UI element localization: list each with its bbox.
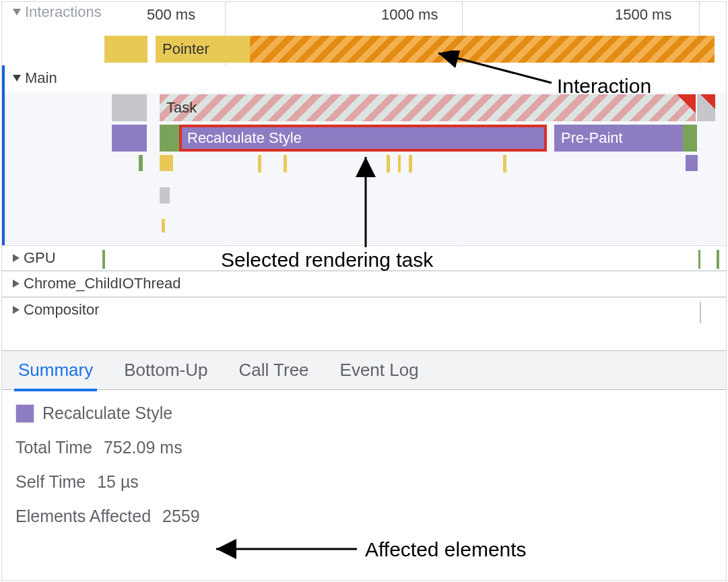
main-track[interactable] [2, 66, 726, 245]
subblock-yellow-1[interactable] [160, 155, 173, 171]
interaction-pointer-yellow[interactable]: Pointer [156, 36, 250, 63]
subblock-grey-1[interactable] [160, 187, 170, 203]
chevron-right-icon [13, 254, 20, 262]
summary-elements-affected-label: Elements Affected [15, 507, 151, 526]
pointer-label: Pointer [162, 40, 209, 58]
green-block-right[interactable] [683, 125, 697, 152]
ruler-tick-1: 1000 ms [381, 6, 438, 24]
recalculate-style-block[interactable]: Recalculate Style [179, 125, 547, 152]
interaction-pre-yellow[interactable] [104, 36, 147, 63]
main-label: Main [25, 69, 57, 87]
recalc-label: Recalculate Style [187, 129, 302, 147]
subblock-yellow-7[interactable] [503, 155, 506, 172]
summary-self-time-value: 15 µs [97, 472, 139, 492]
main-header[interactable]: Main [2, 69, 726, 87]
subblock-yellow-2[interactable] [258, 155, 261, 172]
ruler-tick-2: 1500 ms [615, 6, 671, 24]
chevron-right-icon [13, 280, 20, 288]
summary-total-time-label: Total Time [15, 438, 92, 457]
interaction-striped[interactable] [250, 36, 715, 63]
recalc-preblock[interactable] [112, 125, 147, 152]
green-block-left[interactable] [160, 125, 179, 152]
gpu-label: GPU [24, 249, 56, 267]
summary-self-time-label: Self Time [15, 472, 86, 492]
chevron-down-icon [13, 75, 21, 82]
pre-paint-block[interactable]: Pre-Paint [554, 125, 683, 152]
selection-vertical-bar [2, 65, 5, 246]
gpu-tick-1 [102, 250, 105, 269]
summary-elements-affected-value: 2559 [162, 507, 200, 526]
childio-track[interactable]: Chrome_ChildIOThread [2, 271, 726, 297]
tab-event-log[interactable]: Event Log [337, 360, 422, 381]
tab-summary[interactable]: Summary [15, 360, 96, 381]
subblock-yellow-4[interactable] [387, 155, 390, 172]
compositor-label: Compositor [24, 301, 99, 319]
tab-bottom-up[interactable]: Bottom-Up [121, 360, 210, 381]
subblock-yellow-6[interactable] [409, 155, 412, 172]
gpu-track[interactable]: GPU [2, 245, 726, 271]
childio-label: Chrome_ChildIOThread [24, 275, 181, 292]
summary-total-time-value: 752.09 ms [104, 438, 183, 457]
task-trailing-grey[interactable] [697, 94, 715, 121]
summary-panel: Recalculate Style Total Time 752.09 ms S… [2, 391, 726, 580]
gpu-tick-3 [717, 250, 719, 269]
prepaint-label: Pre-Paint [561, 129, 623, 147]
subblock-yellow-bottom[interactable] [162, 219, 165, 232]
tab-call-tree[interactable]: Call Tree [236, 360, 312, 381]
summary-color-swatch [15, 404, 34, 423]
task-label: Task [166, 99, 197, 117]
chevron-right-icon [13, 306, 20, 314]
details-tabs: Summary Bottom-Up Call Tree Event Log [2, 350, 726, 390]
time-ruler: 500 ms 1000 ms 1500 ms [2, 2, 726, 24]
compositor-tick [700, 302, 701, 323]
subblock-purple-1[interactable] [686, 155, 698, 171]
task-block[interactable]: Task [160, 94, 696, 121]
subblock-yellow-3[interactable] [284, 155, 287, 172]
ruler-tick-0: 500 ms [147, 6, 195, 24]
warning-corner-icon [677, 94, 696, 113]
task-preblock[interactable] [112, 94, 147, 121]
gpu-tick-2 [698, 250, 700, 269]
warning-corner-icon-2 [700, 94, 715, 109]
subblock-green-1[interactable] [139, 155, 143, 171]
compositor-track[interactable]: Compositor [2, 297, 726, 350]
subblock-yellow-5[interactable] [398, 155, 401, 172]
summary-title: Recalculate Style [42, 403, 172, 423]
